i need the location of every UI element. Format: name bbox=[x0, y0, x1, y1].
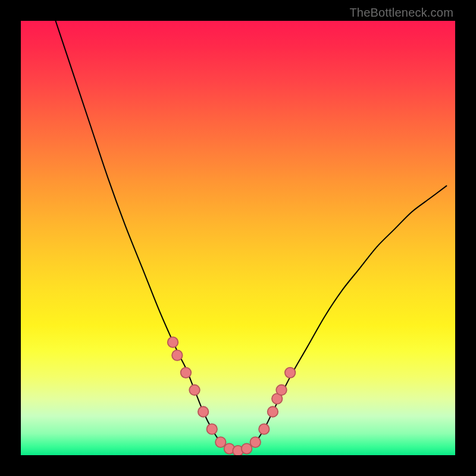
highlight-dot bbox=[250, 437, 261, 447]
bottleneck-curve bbox=[55, 21, 446, 451]
highlight-dot bbox=[172, 350, 183, 361]
highlight-dot bbox=[242, 443, 252, 454]
highlight-dot bbox=[276, 385, 287, 396]
highlight-dot bbox=[268, 406, 278, 417]
chart-svg bbox=[21, 21, 455, 455]
highlight-dot bbox=[259, 424, 270, 434]
watermark-label: TheBottleneck.com bbox=[349, 6, 453, 20]
highlight-dot bbox=[215, 437, 226, 447]
highlight-dots-layer bbox=[168, 337, 296, 455]
highlight-dot bbox=[198, 406, 209, 417]
curve-layer bbox=[55, 21, 446, 451]
highlight-dot bbox=[206, 424, 217, 434]
chart-frame: TheBottleneck.com bbox=[0, 0, 476, 476]
highlight-dot bbox=[168, 337, 178, 347]
plot-area bbox=[21, 21, 455, 455]
highlight-dot bbox=[189, 385, 200, 396]
highlight-dot bbox=[285, 368, 296, 378]
highlight-dot bbox=[181, 368, 192, 378]
